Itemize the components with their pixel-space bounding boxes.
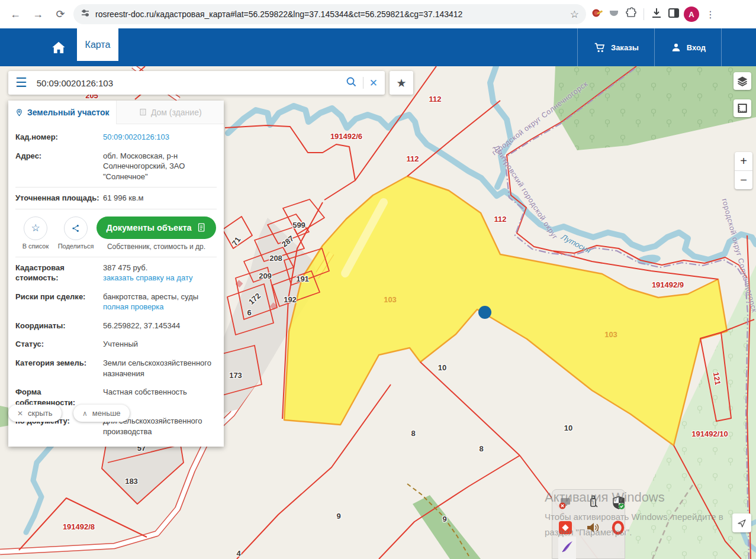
chevron-up-icon: ∧ [82, 409, 88, 418]
zoom-out-button[interactable]: − [735, 171, 752, 189]
browser-menu-button[interactable]: ⋮ [702, 9, 719, 20]
system-tray-popup [552, 489, 625, 559]
orders-button[interactable]: Заказы [577, 28, 654, 66]
full-check-link[interactable]: полная проверка [103, 302, 198, 312]
measure-button[interactable] [734, 99, 751, 117]
search-divider [363, 77, 363, 89]
search-icon[interactable] [345, 76, 357, 90]
user-icon [670, 41, 682, 53]
row-address: Адрес: обл. Московская, р-н Солнечногорс… [15, 147, 217, 186]
add-to-list-button[interactable]: ☆ [24, 217, 47, 240]
url-bar[interactable]: rosreestr-doc.ru/кадастровая_карта#lat=5… [73, 4, 586, 24]
extension-icon[interactable] [607, 6, 621, 22]
panel-tabs: Земельный участок Дом (здание) [8, 101, 224, 124]
usb-device-icon[interactable] [586, 494, 601, 509]
home-icon [50, 38, 67, 56]
row-area: Уточненная площадь: 61 996 кв.м [15, 189, 217, 208]
selected-point-marker [478, 306, 491, 319]
feather-icon[interactable] [559, 539, 575, 554]
favorites-button[interactable]: ★ [390, 71, 413, 95]
tab-map[interactable]: Карта [77, 28, 118, 61]
tab-land-parcel[interactable]: Земельный участок [8, 101, 116, 124]
shield-check-icon[interactable] [611, 495, 626, 510]
back-button[interactable]: ← [6, 5, 25, 24]
toolbar-divider [644, 8, 644, 20]
home-button[interactable] [43, 28, 75, 66]
download-button[interactable] [649, 6, 664, 22]
menu-icon[interactable]: ☰ [15, 75, 27, 91]
zoom-controls: + − [735, 152, 752, 189]
row-category: Категория земель: Земли сельскохозяйстве… [15, 354, 217, 383]
url-text[interactable]: rosreestr-doc.ru/кадастровая_карта#lat=5… [95, 9, 565, 19]
browser-toolbar: ← → ⟳ rosreestr-doc.ru/кадастровая_карта… [0, 0, 756, 28]
bookmark-star-icon[interactable]: ☆ [570, 8, 579, 21]
cad-number-link[interactable]: 50:09:0020126:103 [103, 132, 169, 143]
share-icon [71, 224, 81, 233]
site-info-icon[interactable] [81, 8, 90, 20]
building-icon [139, 108, 147, 117]
network-error-icon[interactable] [558, 495, 573, 510]
opera-icon[interactable] [610, 520, 626, 535]
layers-button[interactable] [734, 72, 751, 90]
wax-seal-extension-icon[interactable] [590, 6, 604, 22]
profile-avatar[interactable]: A [684, 7, 699, 22]
location-pin-icon [15, 108, 24, 117]
hide-panel-button[interactable]: ✕ скрыть [8, 405, 62, 422]
geolocation-arrow-icon [736, 518, 747, 528]
search-bar: ☰ ✕ [8, 71, 385, 95]
red-app-icon[interactable] [558, 520, 573, 535]
star-icon: ★ [396, 76, 406, 90]
measure-icon [736, 102, 748, 114]
forward-button[interactable]: → [28, 5, 47, 24]
extensions-puzzle-icon[interactable] [624, 6, 638, 22]
row-coordinates: Координаты: 56.259822, 37.145344 [15, 316, 217, 335]
layers-icon [736, 75, 748, 87]
clear-search-icon[interactable]: ✕ [369, 77, 378, 89]
row-status: Статус: Учтенный [15, 335, 217, 354]
reload-button[interactable]: ⟳ [51, 5, 70, 24]
cost-certificate-link[interactable]: заказать справку на дату [103, 273, 193, 283]
cart-icon [593, 41, 606, 54]
tab-building[interactable]: Дом (здание) [116, 101, 224, 124]
row-risks: Риски при сделке: банкротства, аресты, с… [15, 287, 217, 316]
close-icon: ✕ [17, 409, 23, 418]
collapse-panel-button[interactable]: ∧ меньше [73, 405, 130, 422]
panel-actions: ☆ В список Поделиться Документы объекта … [15, 211, 217, 256]
geolocate-button[interactable] [732, 513, 751, 532]
site-header: Карта Заказы Вход [0, 28, 756, 66]
row-cost: Кадастровая стоимость: 387 475 руб.заказ… [15, 259, 217, 287]
login-button[interactable]: Вход [654, 28, 722, 66]
document-icon [197, 222, 207, 232]
zoom-in-button[interactable]: + [735, 152, 752, 171]
search-input[interactable] [36, 77, 345, 89]
parcel-info-panel: Земельный участок Дом (здание) Кад.номер… [8, 101, 224, 447]
star-outline-icon: ☆ [31, 222, 40, 234]
speaker-icon[interactable] [585, 520, 600, 535]
object-documents-button[interactable]: Документы объекта [96, 217, 215, 239]
sidebar-button[interactable] [667, 6, 681, 22]
share-button[interactable] [64, 217, 88, 240]
row-cad-number: Кад.номер: 50:09:0020126:103 [15, 128, 217, 147]
